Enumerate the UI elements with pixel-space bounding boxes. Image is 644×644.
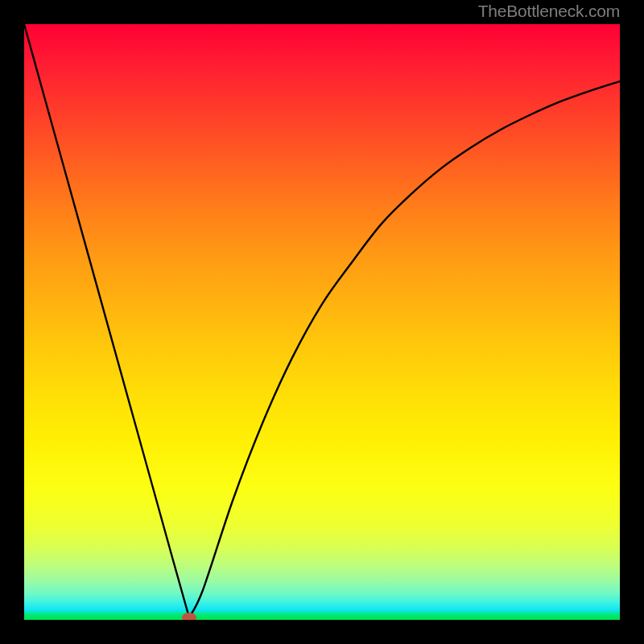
bottleneck-curve (24, 24, 620, 617)
plot-area (24, 24, 620, 620)
curve-layer (24, 24, 620, 620)
watermark-text: TheBottleneck.com (478, 2, 620, 21)
minimum-marker (182, 613, 196, 620)
chart-frame: TheBottleneck.com (0, 0, 644, 644)
